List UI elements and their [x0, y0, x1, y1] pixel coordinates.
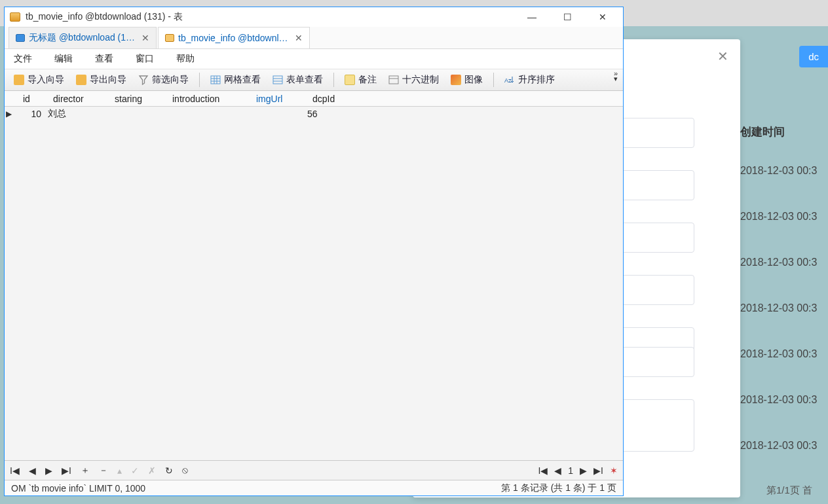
prev-record-button[interactable]: ◀	[29, 465, 36, 476]
first-record-button[interactable]: I◀	[10, 465, 20, 476]
cell-director[interactable]: 刘总	[48, 108, 109, 120]
col-id[interactable]: id	[18, 94, 48, 104]
table-icon	[10, 12, 20, 22]
hex-button[interactable]: 十六进制	[385, 73, 443, 87]
titlebar: tb_movie_info @btdownload (131) - 表 — ☐ …	[5, 7, 623, 27]
next-record-button[interactable]: ▶	[45, 465, 52, 476]
maximize-button[interactable]: ☐	[552, 7, 582, 27]
bg-date-cell: 2018-12-03 00:3	[740, 302, 817, 314]
minimize-button[interactable]: —	[517, 7, 547, 27]
db-window: tb_movie_info @btdownload (131) - 表 — ☐ …	[4, 7, 624, 496]
statusbar: OM `tb movie info` LIMIT 0, 1000 第 1 条记录…	[5, 480, 623, 495]
svg-rect-5	[273, 76, 282, 84]
filter-wizard-button[interactable]: 筛选向导	[134, 73, 193, 87]
menu-file[interactable]: 文件	[14, 53, 32, 65]
col-imgurl[interactable]: imgUrl	[251, 94, 307, 104]
menu-view[interactable]: 查看	[95, 53, 113, 65]
grid-view-button[interactable]: 网格查看	[206, 73, 265, 87]
tab-label: 无标题 @btdownload (1…	[29, 32, 135, 44]
col-director[interactable]: director	[48, 94, 109, 104]
stop-button[interactable]: ⦸	[182, 465, 188, 476]
page-number: 1	[568, 465, 573, 476]
table-icon	[165, 34, 174, 42]
tab-untitled[interactable]: 无标题 @btdownload (1… ✕	[9, 27, 157, 48]
menu-edit[interactable]: 编辑	[54, 53, 73, 65]
toolbar-overflow-button[interactable]: »▾	[614, 71, 618, 81]
label: 导入向导	[28, 74, 64, 86]
refresh-button[interactable]: ↻	[165, 465, 173, 476]
status-record-info: 第 1 条记录 (共 1 条) 于 1 页	[501, 482, 616, 494]
menu-help[interactable]: 帮助	[176, 53, 195, 65]
status-sql: OM `tb movie info` LIMIT 0, 1000	[11, 483, 145, 494]
svg-text:Aᴢ: Aᴢ	[504, 77, 512, 84]
bg-date-cell: 2018-12-03 00:3	[740, 165, 817, 177]
next-page-button[interactable]: ▶	[580, 465, 587, 476]
bg-date-cell: 2018-12-03 00:3	[740, 211, 817, 223]
add-record-button[interactable]: ＋	[81, 465, 90, 477]
bg-date-cell: 2018-12-03 00:3	[740, 348, 817, 360]
record-navigator: I◀ ◀ ▶ ▶I ＋ － ▴ ✓ ✗ ↻ ⦸ I◀ ◀ 1 ▶ ▶I ✶	[5, 460, 623, 480]
menubar: 文件 编辑 查看 窗口 帮助	[5, 49, 623, 69]
cancel-button: ✗	[148, 465, 156, 476]
label: 升序排序	[518, 74, 555, 86]
label: 备注	[358, 74, 377, 86]
edit-record-button: ▴	[117, 465, 122, 476]
calendar-icon	[388, 75, 399, 85]
close-icon[interactable]: ✕	[717, 48, 728, 64]
image-button[interactable]: 图像	[447, 73, 487, 87]
label: 筛选向导	[152, 74, 189, 86]
table-row[interactable]: 10 刘总 56	[5, 107, 623, 121]
label: 十六进制	[402, 74, 439, 86]
form-view-button[interactable]: 表单查看	[269, 73, 327, 87]
prev-page-button[interactable]: ◀	[554, 465, 561, 476]
document-tabs: 无标题 @btdownload (1… ✕ tb_movie_info @btd…	[5, 27, 623, 49]
bg-table-header-created: 创建时间	[740, 124, 785, 139]
col-dcpid[interactable]: dcpId	[307, 94, 353, 104]
close-icon[interactable]: ✕	[141, 33, 149, 43]
settings-icon[interactable]: ✶	[610, 465, 618, 476]
grid-header-row: id director staring introduction imgUrl …	[5, 91, 623, 107]
svg-rect-0	[211, 76, 220, 84]
separator	[333, 73, 334, 87]
grid-body[interactable]: ▶ 10 刘总 56	[5, 107, 623, 460]
label: 网格查看	[224, 74, 261, 86]
commit-button: ✓	[131, 465, 139, 476]
export-wizard-button[interactable]: 导出向导	[72, 73, 130, 87]
cell-id[interactable]: 10	[18, 109, 48, 119]
bg-date-cell: 2018-12-03 00:3	[740, 394, 817, 406]
first-page-button[interactable]: I◀	[538, 465, 548, 476]
last-record-button[interactable]: ▶I	[62, 465, 71, 476]
sort-asc-button[interactable]: Aᴢ升序排序	[500, 73, 559, 87]
svg-rect-8	[389, 76, 398, 84]
menu-window[interactable]: 窗口	[136, 53, 154, 65]
tab-label: tb_movie_info @btdownl…	[178, 33, 288, 43]
label: 图像	[464, 74, 483, 86]
close-icon[interactable]: ✕	[295, 33, 303, 43]
window-title: tb_movie_info @btdownload (131) - 表	[26, 11, 512, 23]
import-wizard-button[interactable]: 导入向导	[10, 73, 68, 87]
close-button[interactable]: ✕	[588, 7, 618, 27]
query-icon	[16, 34, 25, 42]
delete-record-button[interactable]: －	[99, 465, 108, 477]
bg-primary-button[interactable]: dc	[799, 46, 828, 67]
grid-icon	[210, 75, 221, 85]
last-page-button[interactable]: ▶I	[593, 465, 603, 476]
row-selector-icon[interactable]: ▶	[6, 109, 12, 118]
sort-asc-icon: Aᴢ	[504, 75, 515, 85]
separator	[199, 73, 200, 87]
col-introduction[interactable]: introduction	[167, 94, 251, 104]
bg-date-cell: 2018-12-03 00:3	[740, 257, 817, 268]
toolbar: 导入向导 导出向导 筛选向导 网格查看 表单查看 备注 十六进制 图像 Aᴢ升序…	[5, 69, 623, 91]
funnel-icon	[138, 75, 149, 85]
cell-dcpid[interactable]: 56	[307, 109, 353, 119]
note-button[interactable]: 备注	[341, 73, 381, 87]
label: 表单查看	[286, 74, 323, 86]
bg-pagination[interactable]: 第1/1页 首	[766, 484, 812, 497]
separator	[493, 73, 494, 87]
tab-tb-movie-info[interactable]: tb_movie_info @btdownl… ✕	[158, 27, 310, 48]
bg-date-cell: 2018-12-03 00:3	[740, 440, 817, 452]
label: 导出向导	[90, 74, 126, 86]
form-icon	[273, 75, 283, 85]
col-staring[interactable]: staring	[109, 94, 167, 104]
